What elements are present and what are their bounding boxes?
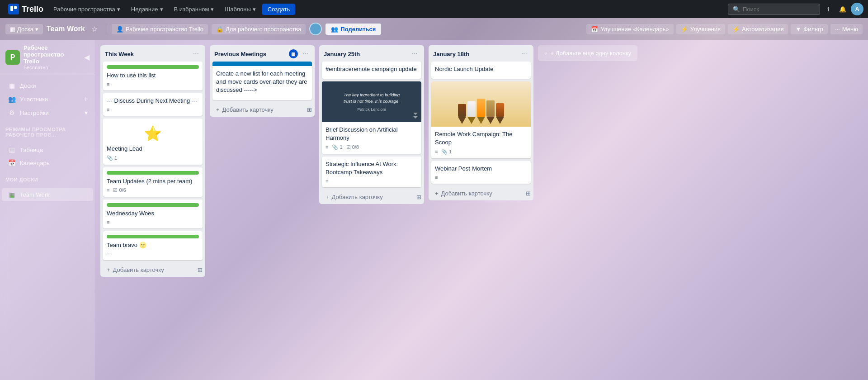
board-icon: ▦ <box>10 26 15 33</box>
card-discuss[interactable]: --- Discuss During Next Meeting --- ≡ <box>103 93 203 116</box>
automation-btn[interactable]: ⚡ Автоматизация <box>728 24 788 34</box>
card-strategic-influence[interactable]: Strategic Influence At Work: Bootcamp Ta… <box>322 157 421 187</box>
filter-btn[interactable]: ▼ Фильтр <box>791 24 828 34</box>
add-card-btn[interactable]: + Добавить карточку ⊞ <box>102 264 207 276</box>
sidebar-item-members[interactable]: 👥 Участники + <box>2 92 93 106</box>
improvements-btn[interactable]: ⚡ Улучшения <box>676 24 725 34</box>
table-label: Таблица <box>20 147 43 153</box>
column-more-btn[interactable]: ··· <box>191 49 201 59</box>
template-icon[interactable]: ⊞ <box>416 194 421 200</box>
add-card-btn[interactable]: + Добавить карточку ⊞ <box>430 187 535 200</box>
card-title: Strategic Influence At Work: Bootcamp Ta… <box>326 160 418 176</box>
workspace-info: Рабочее пространство Trello Бесплатно <box>24 44 80 70</box>
card-meta: ≡ 📎 1 ☑ 0/8 <box>326 144 418 150</box>
card-title: Create a new list for each meeting and m… <box>216 70 308 95</box>
card-pm-instruction[interactable]: Create a new list for each meeting and m… <box>212 62 312 100</box>
info-icon[interactable]: ℹ <box>822 3 835 15</box>
starred-btn[interactable]: В избранном ▾ <box>170 4 219 14</box>
column-more-btn[interactable]: ··· <box>519 49 529 59</box>
user-avatar[interactable]: A <box>851 3 863 15</box>
calendar-icon: 📅 <box>7 159 16 166</box>
sidebar-item-teamwork[interactable]: ▦ Team Work <box>2 188 93 201</box>
column-more-btn[interactable]: ··· <box>301 49 310 59</box>
search-input[interactable] <box>743 6 815 13</box>
board-header: ▦ Доска ▾ Team Work ☆ 👤 Рабочее простран… <box>0 18 868 40</box>
workspace-plan: Бесплатно <box>24 65 80 70</box>
sidebar-item-boards[interactable]: ▦ Доски <box>2 79 93 92</box>
add-column-btn[interactable]: + + Добавьте еще одну колонку <box>538 45 637 61</box>
board-view-btn[interactable]: ▦ Доска ▾ <box>5 24 43 34</box>
icecream-image <box>431 81 531 127</box>
card-meta: ≡ <box>107 251 199 256</box>
column-header: January 25th ··· <box>319 45 424 62</box>
header-avatar[interactable] <box>309 23 322 35</box>
chevron-down-icon: ▾ <box>117 6 120 13</box>
column-header: January 18th ··· <box>429 45 533 62</box>
card-nordic-launch[interactable]: Nordic Launch Update <box>431 62 531 79</box>
share-btn[interactable]: 👥 Поделиться <box>326 24 381 35</box>
lock-icon: 🔒 <box>216 26 223 33</box>
template-icon[interactable]: ⊞ <box>307 106 312 113</box>
workspaces-btn[interactable]: Рабочие пространства ▾ <box>49 4 125 14</box>
column-title: January 18th <box>433 51 517 57</box>
desc-icon: ≡ <box>435 149 438 154</box>
card-brief-discussion[interactable]: The key ingredient to buildingtrust is n… <box>322 81 421 153</box>
card-team-bravo[interactable]: Team bravo 🌝 ≡ <box>103 231 203 260</box>
template-icon[interactable]: ⊞ <box>526 190 531 197</box>
recent-btn[interactable]: Недавние ▾ <box>127 4 168 14</box>
my-boards-nav: ▦ Team Work <box>0 184 95 205</box>
card-title: Team Updates (2 mins per team) <box>107 177 199 185</box>
create-btn[interactable]: Создать <box>262 4 295 15</box>
card-team-updates[interactable]: Team Updates (2 mins per team) ≡ ☑ 0/6 <box>103 167 203 197</box>
template-icon[interactable]: ⊞ <box>198 266 203 273</box>
search-bar[interactable]: 🔍 <box>728 4 820 15</box>
star-emoji: ⭐ <box>107 122 199 145</box>
quote-image: The key ingredient to buildingtrust is n… <box>322 81 421 122</box>
chevron-down-icon: ▾ <box>35 26 38 33</box>
cards-container: How to use this list ≡ --- Discuss Durin… <box>100 62 205 263</box>
sidebar-item-calendar[interactable]: 📅 Календарь <box>2 157 93 169</box>
table-icon: ▤ <box>7 146 16 153</box>
column-more-btn[interactable]: ··· <box>410 49 420 59</box>
add-card-btn[interactable]: + Добавить карточку ⊞ <box>321 191 426 203</box>
sidebar: P Рабочее пространство Trello Бесплатно … <box>0 40 95 380</box>
card-meeting-lead[interactable]: ⭐ Meeting Lead 📎 1 <box>103 119 203 164</box>
card-title: Nordic Launch Update <box>435 65 527 73</box>
notification-icon[interactable]: 🔔 <box>836 3 849 15</box>
main-layout: P Рабочее пространство Trello Бесплатно … <box>0 40 868 380</box>
collapse-btn[interactable]: ◀ <box>84 53 90 62</box>
sidebar-item-table[interactable]: ▤ Таблица <box>2 143 93 156</box>
card-title: Wednesday Woes <box>107 209 199 218</box>
plus-icon: + <box>326 194 329 200</box>
sidebar-item-settings[interactable]: ⚙ Настройки ▾ <box>2 106 93 119</box>
column-title: This Week <box>105 51 189 57</box>
app-name: Trello <box>22 5 43 14</box>
add-member-icon[interactable]: + <box>84 95 88 103</box>
label-bar <box>107 65 199 69</box>
card-remote-work-campaign[interactable]: Remote Work Campaign: The Scoop ≡ 📎 1 <box>431 81 531 158</box>
calendar-power-btn[interactable]: 📅 Улучшение «Календарь» <box>586 24 673 34</box>
cards-container: Nordic Launch Update <box>429 62 533 186</box>
card-embrace-remote[interactable]: #embraceremote campaign update <box>322 62 421 79</box>
blue-bar <box>212 62 312 66</box>
for-workspace-btn[interactable]: 🔒 Для рабочего пространства <box>212 24 306 34</box>
workspace-link-btn[interactable]: 👤 Рабочее пространство Trello <box>112 24 208 34</box>
desc-icon: ≡ <box>107 251 109 256</box>
checklist-icon: ☑ 0/8 <box>346 144 359 150</box>
column-title: January 25th <box>324 51 407 57</box>
menu-btn[interactable]: ··· Меню <box>830 24 863 34</box>
card-title: Team bravo 🌝 <box>107 241 199 249</box>
card-webinar-postmortem[interactable]: Webinar Post-Mortem ≡ <box>431 161 531 184</box>
column-header: This Week ··· <box>100 45 205 62</box>
card-how-to-use[interactable]: How to use this list ≡ <box>103 62 203 90</box>
templates-btn[interactable]: Шаблоны ▾ <box>220 4 260 14</box>
card-wednesday-woes[interactable]: Wednesday Woes ≡ <box>103 200 203 228</box>
star-btn[interactable]: ☆ <box>89 24 100 34</box>
column-indicator: ▦ <box>289 49 298 58</box>
boards-icon: ▦ <box>7 82 16 89</box>
app-logo[interactable]: Trello <box>5 4 47 14</box>
nav-icons: ℹ 🔔 A <box>822 3 863 15</box>
desc-icon: ≡ <box>326 144 328 150</box>
add-card-btn[interactable]: + Добавить карточку ⊞ <box>212 104 316 116</box>
column-this-week: This Week ··· How to use this list ≡ ---… <box>100 45 205 277</box>
